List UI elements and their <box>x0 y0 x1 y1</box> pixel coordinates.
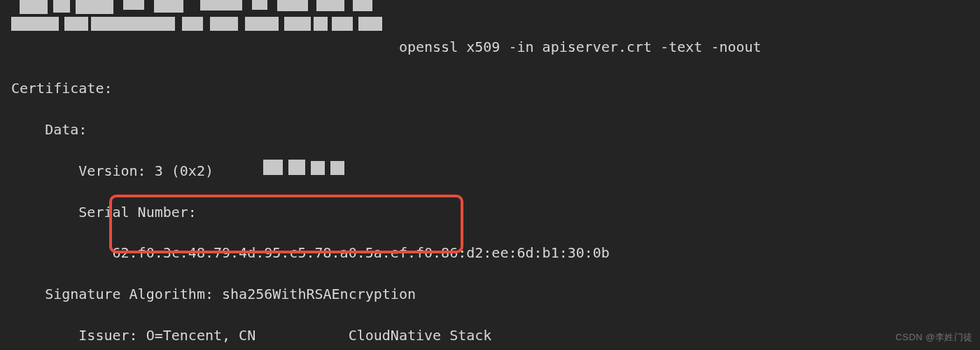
redaction-block <box>284 17 311 31</box>
redaction-block <box>200 0 242 10</box>
redaction-block <box>263 160 283 175</box>
redaction-block <box>288 160 305 175</box>
redaction-block <box>358 17 382 31</box>
cmd-line: openssl x509 -in apiserver.crt -text -no… <box>11 37 980 57</box>
redaction-block <box>245 17 279 31</box>
redaction-block <box>332 17 353 31</box>
csdn-watermark: CSDN @李姓门徒 <box>895 327 973 347</box>
line-sig-algo: Signature Algorithm: sha256WithRSAEncryp… <box>11 284 980 304</box>
openssl-command: openssl x509 -in apiserver.crt -text -no… <box>399 38 762 55</box>
redaction-block <box>311 161 325 175</box>
issuer-part-b: CloudNative Stack <box>340 327 492 344</box>
redaction-block <box>252 0 267 10</box>
line-serial-label: Serial Number: <box>11 202 980 223</box>
redaction-block <box>353 0 372 11</box>
line-data: Data: <box>11 120 980 140</box>
redaction-block <box>64 17 88 31</box>
redaction-block <box>91 17 175 31</box>
line-version: Version: 3 (0x2) <box>11 161 980 181</box>
line-issuer: Issuer: O=Tencent, CN CloudNative Stack <box>11 326 980 346</box>
redaction-block <box>154 0 183 13</box>
redaction-block <box>76 0 113 14</box>
redaction-block <box>123 0 144 10</box>
issuer-part-a: Issuer: O=Tencent, CN <box>11 327 255 344</box>
redaction-block <box>210 17 238 31</box>
redaction-block <box>11 17 59 31</box>
redaction-block <box>330 161 344 175</box>
redaction-block <box>316 0 344 11</box>
terminal-output[interactable]: openssl x509 -in apiserver.crt -text -no… <box>0 0 980 350</box>
redaction-block <box>277 0 308 11</box>
line-serial-value: 62:f0:3c:48:79:4d:95:c5:78:a0:5a:ef:f0:8… <box>11 243 980 263</box>
issuer-redacted-gap <box>255 327 340 344</box>
redaction-block <box>20 0 48 14</box>
prompt-spacer <box>11 38 399 55</box>
line-cert: Certificate: <box>11 78 980 99</box>
redaction-block <box>53 0 70 13</box>
redaction-block <box>314 17 328 31</box>
redaction-block <box>182 17 203 31</box>
